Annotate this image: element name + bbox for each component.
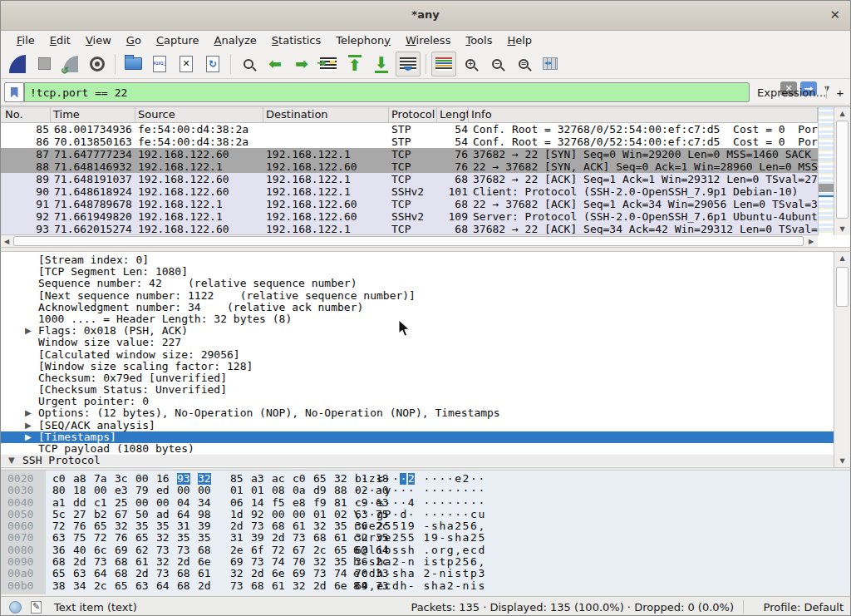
hex-ascii-char[interactable]: s xyxy=(369,556,376,568)
hex-byte[interactable]: 69 xyxy=(115,545,128,556)
hex-byte[interactable]: 73 xyxy=(156,568,170,579)
hex-ascii-char[interactable]: u xyxy=(478,509,485,520)
hex-ascii-char[interactable]: e xyxy=(385,532,391,544)
detail-line[interactable]: ▶Options: (12 bytes), No-Operation (NOP)… xyxy=(1,407,834,419)
hex-ascii-char[interactable]: e xyxy=(376,580,383,592)
hex-ascii-char[interactable]: a xyxy=(439,580,445,592)
hex-ascii-char[interactable]: c xyxy=(361,568,367,579)
hex-byte[interactable]: 32 xyxy=(334,473,347,485)
hex-ascii-char[interactable]: v xyxy=(376,532,383,544)
hex-ascii-char[interactable]: s xyxy=(400,545,406,556)
hex-ascii-char[interactable]: · xyxy=(439,497,445,509)
packet-row[interactable]: 8871.648146932192.168.122.1192.168.122.6… xyxy=(1,160,818,173)
hex-row[interactable]: 0030801800e379ed00000101080ad98802a0····… xyxy=(1,485,850,496)
hex-ascii-char[interactable]: · xyxy=(455,509,461,520)
hex-ascii-char[interactable]: · xyxy=(463,485,470,496)
hex-byte[interactable]: 00 xyxy=(94,485,107,496)
hex-ascii-char[interactable]: h xyxy=(376,568,383,579)
column-header-protocol[interactable]: Protocol xyxy=(389,107,437,123)
hex-byte[interactable]: 2c xyxy=(94,580,107,592)
hex-byte[interactable]: 65 xyxy=(52,568,66,579)
hex-byte[interactable]: 32 xyxy=(156,532,170,544)
hex-byte[interactable]: 01 xyxy=(251,485,264,496)
hex-byte[interactable]: 67 xyxy=(115,509,128,520)
hex-byte[interactable]: a8 xyxy=(73,473,86,485)
hex-ascii-char[interactable]: · xyxy=(400,485,406,496)
hex-byte[interactable]: 74 xyxy=(272,556,285,568)
hex-byte[interactable]: e8 xyxy=(293,497,306,509)
scroll-up-icon[interactable]: ▲ xyxy=(834,252,850,264)
hex-row[interactable]: 00b038342c656364682d736861322d6e697384,e… xyxy=(1,580,850,592)
hex-ascii-char[interactable]: · xyxy=(431,497,438,509)
scroll-right-icon[interactable]: ▶ xyxy=(805,235,817,248)
column-header-no[interactable]: No. xyxy=(2,107,51,123)
hex-ascii-char[interactable]: a xyxy=(463,532,470,544)
hscrollbar-thumb[interactable] xyxy=(13,236,804,246)
column-header-time[interactable]: Time xyxy=(51,107,135,123)
hex-ascii-char[interactable]: · xyxy=(400,497,406,509)
restart-capture-button[interactable] xyxy=(58,52,83,76)
hex-ascii-char[interactable]: 6 xyxy=(470,520,477,532)
hex-byte[interactable]: 2d xyxy=(272,532,285,544)
hex-byte[interactable]: 6c xyxy=(94,545,107,556)
hex-byte[interactable]: e3 xyxy=(115,485,128,496)
hex-byte[interactable]: 62 xyxy=(135,545,149,556)
hex-byte[interactable]: 73 xyxy=(251,556,264,568)
hex-ascii-char[interactable]: 2 xyxy=(470,532,477,544)
hex-ascii-char[interactable]: - xyxy=(424,520,430,532)
hex-byte[interactable]: 25 xyxy=(115,497,128,509)
hex-byte[interactable]: 31 xyxy=(177,520,190,532)
hex-row[interactable]: 00a0656364682d736861322d6e6973747033ecdh… xyxy=(1,568,850,579)
detail-scrollbar[interactable]: ▲ ▼ xyxy=(834,252,850,467)
hex-ascii-char[interactable]: · xyxy=(478,473,485,485)
hex-ascii-char[interactable]: r xyxy=(369,532,376,544)
hex-byte[interactable]: ad xyxy=(156,509,170,520)
hex-ascii-char[interactable]: · xyxy=(361,485,367,496)
hex-ascii-char[interactable]: i xyxy=(447,568,454,579)
hex-ascii-char[interactable]: · xyxy=(463,497,470,509)
hex-ascii-char[interactable]: · xyxy=(400,473,406,485)
hex-byte[interactable]: ac xyxy=(272,473,285,485)
hex-ascii-char[interactable]: h xyxy=(376,556,383,568)
hex-ascii-char[interactable]: h xyxy=(408,545,415,556)
hex-ascii-char[interactable]: · xyxy=(392,509,399,520)
hex-byte[interactable]: 00 xyxy=(156,497,170,509)
hex-ascii-char[interactable]: P xyxy=(385,509,391,520)
stop-capture-button[interactable] xyxy=(32,52,57,76)
hex-ascii-char[interactable]: d xyxy=(478,545,485,556)
menu-statistics[interactable]: Statistics xyxy=(264,32,328,48)
scrollbar-thumb[interactable] xyxy=(836,121,849,219)
minimap-thumb[interactable] xyxy=(819,184,834,192)
add-filter-button[interactable]: + xyxy=(833,83,848,101)
hex-ascii-char[interactable]: · xyxy=(439,473,445,485)
hex-byte[interactable]: 27 xyxy=(73,509,86,520)
hex-ascii-char[interactable]: 2 xyxy=(463,473,470,485)
detail-line[interactable]: ▶Flags: 0x018 (PSH, ACK) xyxy=(1,325,834,337)
hex-byte[interactable]: 88 xyxy=(334,485,347,496)
hex-byte[interactable]: 00 xyxy=(135,473,149,485)
hex-byte[interactable]: 63 xyxy=(52,532,66,544)
hex-ascii-char[interactable]: i xyxy=(470,580,477,592)
hex-byte[interactable]: 2d xyxy=(135,568,149,579)
hex-byte[interactable]: 2c xyxy=(313,545,327,556)
hex-ascii-char[interactable]: 5 xyxy=(478,532,485,544)
scroll-down-icon[interactable]: ▼ xyxy=(834,223,850,235)
hex-ascii-char[interactable]: 2 xyxy=(376,520,383,532)
expander-open-icon[interactable]: ▼ xyxy=(8,455,15,466)
start-capture-button[interactable] xyxy=(5,52,30,76)
hex-ascii-char[interactable]: · xyxy=(369,497,376,509)
capture-comment-icon[interactable] xyxy=(31,601,42,614)
hex-byte[interactable]: 5c xyxy=(52,509,66,520)
go-last-button[interactable]: ⬇ xyxy=(369,52,394,76)
hex-ascii-char[interactable]: · xyxy=(447,497,454,509)
hex-row[interactable]: 008036406c69627373682e6f72672c6563646@li… xyxy=(1,545,850,556)
hex-byte[interactable]: 63 xyxy=(135,580,149,592)
menu-go[interactable]: Go xyxy=(119,32,149,48)
hex-ascii-char[interactable]: · xyxy=(385,473,391,485)
hex-ascii-char[interactable]: < xyxy=(376,473,383,485)
scroll-up-icon[interactable]: ▲ xyxy=(834,107,850,120)
hex-byte[interactable]: 65 xyxy=(115,580,128,592)
hex-byte[interactable]: 2d xyxy=(73,556,86,568)
hex-ascii-char[interactable]: i xyxy=(376,545,383,556)
hex-ascii-char[interactable]: · xyxy=(424,497,430,509)
